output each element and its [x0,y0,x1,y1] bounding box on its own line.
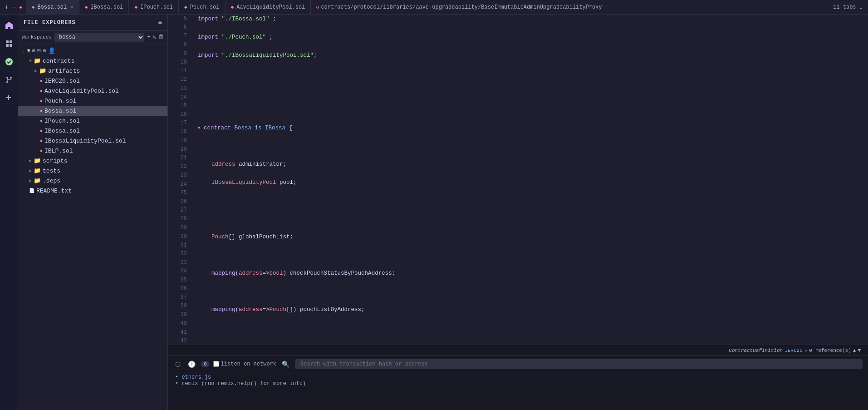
tab-ibossa-sol[interactable]: ◆ IBossa.sol [79,0,129,14]
external-link-icon: ↗ [804,347,808,353]
tab-label: AaveLiquidityPool.sol [236,4,305,10]
line-numbers: 56789 1011121314 1516171819 2021222324 2… [168,15,191,345]
search-button[interactable]: 🔍 [282,361,289,368]
transaction-search-input[interactable] [295,359,863,369]
artifacts-folder-label: artifacts [48,68,80,74]
navigate-up-button[interactable]: ▲ [853,348,856,353]
contract-definition-label: ContractDefinition [729,348,783,353]
zoom-out-button[interactable]: − [11,4,17,11]
collapse-all-button[interactable]: ≡ [158,19,162,26]
artifacts-folder[interactable]: ▶ 📁 artifacts [18,66,167,76]
deps-folder[interactable]: ▶ 📁 .deps [18,176,167,186]
scripts-folder[interactable]: ▶ 📁 scripts [18,156,167,166]
sidebar-item-git[interactable] [2,73,16,87]
sol-file-icon: ◆ [40,108,43,114]
workspace-select[interactable]: bossa [54,33,144,42]
edit-workspace-button[interactable]: ✎ [152,34,156,41]
tests-folder[interactable]: ▶ 📁 tests [18,166,167,176]
file-name: Pouch.sol [44,98,76,104]
remix-help-text: remix (run remix.help() for more info) [181,380,306,387]
code-editor[interactable]: import "./IBossa.sol" ; import "./Pouch.… [191,15,868,345]
folder-icon: ⊞ [27,47,30,54]
list-item[interactable]: ◆ IERC20.sol [18,76,167,86]
bottom-toolbar: ⬡ 🕐 0 listen on network 🔍 [168,356,868,372]
bottom-panel: ⬡ 🕐 0 listen on network 🔍 • etners.js [168,356,868,410]
tests-folder-label: tests [43,168,60,174]
deps-folder-label: .deps [43,178,60,184]
folder-closed-icon: 📁 [34,167,41,174]
tab-ipouch-sol[interactable]: ◆ IPouch.sol [129,0,179,14]
chevron-right-icon: ▶ [29,168,32,173]
tab-label: IPouch.sol [140,4,173,10]
etners-link[interactable]: etners.js [181,374,211,380]
contract-name-link[interactable]: IERC20 [785,348,803,353]
new-workspace-button[interactable]: + [147,34,151,41]
sidebar-item-file-explorer[interactable] [2,36,16,51]
sol-file-icon: ◆ [40,78,43,84]
folder-closed-icon: 📁 [34,157,41,164]
file-name: IBossaLiquidityPool.sol [44,138,126,144]
svg-rect-3 [10,44,12,47]
sidebar-item-plugin[interactable] [2,91,16,105]
person-icon: 👤 [48,47,55,54]
sidebar-item-home[interactable] [2,18,16,33]
tab-count-label[interactable]: 11 tabs ⌄ [828,4,868,10]
contracts-folder[interactable]: ▼ 📁 contracts [18,56,167,66]
file-name: AaveLiquidityPool.sol [44,88,119,94]
chevron-down-icon: ⌄ [22,48,25,54]
bullet-icon: • [175,374,178,380]
readme-file-icon: 📄 [29,188,34,193]
listen-on-network-toggle[interactable]: listen on network [213,361,276,367]
tab-aave-sol[interactable]: ◆ AaveLiquidityPool.sol [226,0,311,14]
listen-label: listen on network [221,361,276,367]
list-item[interactable]: 📄 README.txt [18,186,167,196]
file-tree: ⌄ ⊞ ⊕ ⊟ ⊕ 👤 ▼ 📁 contracts ▶ 📁 artifacts [18,44,167,410]
file-panel-header: FILE EXPLORERS ≡ [18,15,167,31]
file-explorer-panel: FILE EXPLORERS ≡ Workspaces bossa + ✎ 🗑 … [18,15,168,410]
files-icon [5,40,13,48]
svg-point-6 [10,77,12,79]
references-count: 0 reference(s) [809,348,851,353]
sol-file-icon: ◆ [40,128,43,133]
active-file-icon: ◆ [20,5,22,10]
contracts-folder-label: contracts [43,58,74,64]
sol-file-icon: ◆ [40,118,43,123]
plugin-icon [5,94,13,102]
sol-file-icon: ◆ [40,138,43,143]
add-file-icon: ⊟ [37,47,41,54]
tab-label: Bossa.sol [37,4,67,10]
svg-rect-0 [6,40,9,43]
folder-closed-icon: 📁 [39,67,46,74]
console-line: • etners.js [175,374,861,380]
bottom-toolbar-left: ⬡ 🕐 0 listen on network [173,360,276,369]
zoom-in-button[interactable]: + [4,4,10,11]
close-tab-icon[interactable]: ✕ [70,4,74,10]
tab-bossa-sol[interactable]: ◆ Bossa.sol ✕ [26,0,79,14]
list-item[interactable]: ◆ IBossaLiquidityPool.sol [18,136,167,146]
tree-root-controls[interactable]: ⌄ ⊞ ⊕ ⊟ ⊕ 👤 [18,46,167,56]
chevron-down-icon: ▼ [29,59,32,64]
file-name: README.txt [36,188,72,194]
listen-checkbox-input[interactable] [213,361,219,367]
check-icon [5,58,13,66]
tab-pouch-sol[interactable]: ◆ Pouch.sol [179,0,225,14]
history-button[interactable]: 🕐 [186,360,197,369]
svg-point-7 [6,81,8,83]
list-item[interactable]: ◆ AaveLiquidityPool.sol [18,86,167,96]
list-item[interactable]: ◆ Bossa.sol [18,106,167,116]
bullet-icon: • [175,380,178,387]
list-item[interactable]: ◆ Pouch.sol [18,96,167,106]
git-repo-icon: ⊕ [32,47,35,54]
status-bar-item: ContractDefinition IERC20 ↗ 0 reference(… [729,347,861,353]
delete-workspace-button[interactable]: 🗑 [158,34,164,41]
list-item[interactable]: ◆ IBLP.sol [18,146,167,156]
clear-console-button[interactable]: ⬡ [173,360,182,369]
list-item[interactable]: ◆ IBossa.sol [18,126,167,136]
sidebar-item-deploy[interactable] [2,54,16,69]
workspace-icons: + ✎ 🗑 [147,34,164,41]
navigate-down-button[interactable]: ▼ [858,348,861,353]
list-item[interactable]: ◆ IPouch.sol [18,116,167,126]
chevron-right-icon: ▶ [34,68,37,74]
svg-rect-1 [10,40,12,43]
sol-file-icon: ◆ [32,4,35,10]
